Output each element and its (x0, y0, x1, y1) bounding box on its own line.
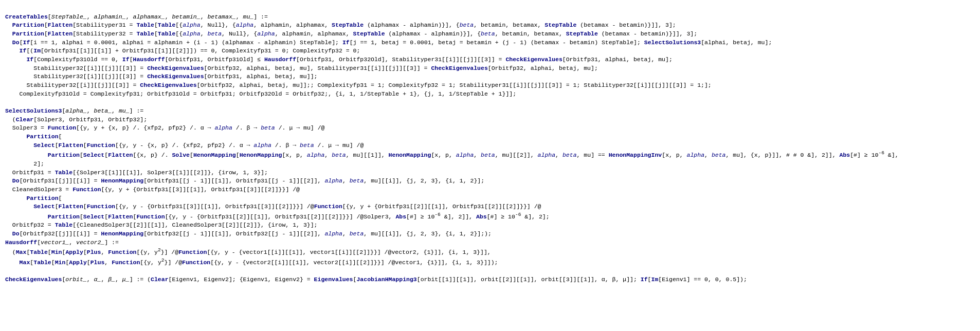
code-content: CreateTables[StepTable_, alphamin_, alph… (5, 4, 975, 284)
line-1: CreateTables[StepTable_, alphamin_, alph… (5, 13, 899, 283)
